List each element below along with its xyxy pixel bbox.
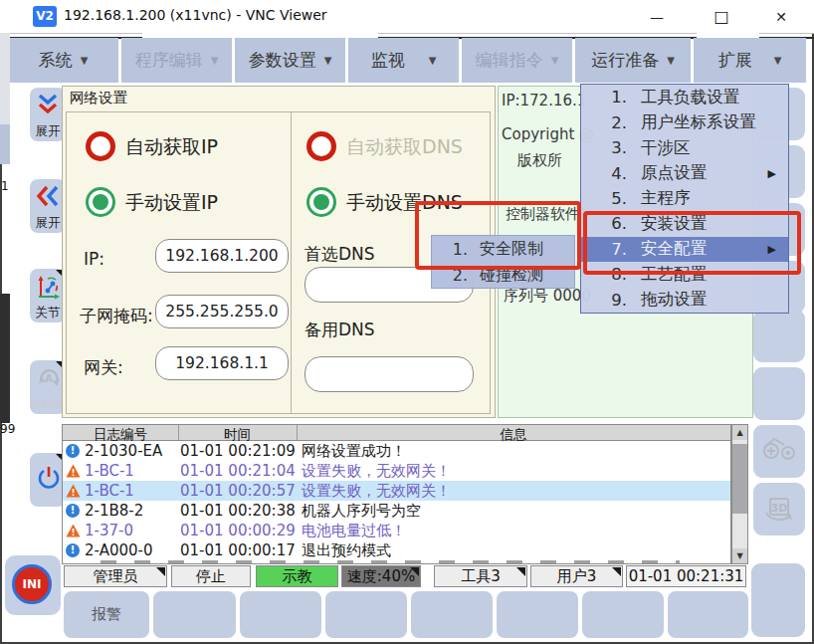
status-run-state-label: 停止 — [196, 567, 226, 585]
subnet-mask-input[interactable] — [155, 295, 289, 328]
bottom-button-6[interactable] — [497, 591, 578, 638]
submenu-arrow-icon: ▶ — [768, 243, 776, 256]
corner-marker — [516, 567, 525, 576]
status-mode[interactable]: 示教 — [256, 565, 338, 587]
auto-ip-label: 自动获取IP — [125, 134, 218, 160]
info-icon: ! — [66, 444, 80, 458]
menu-item-drag-settings[interactable]: 9. 拖动设置 — [581, 288, 788, 313]
bottom-button-8[interactable] — [668, 591, 748, 638]
bottom-button-4[interactable] — [325, 591, 407, 638]
right-panel-joystick-button[interactable] — [753, 425, 805, 478]
corner-marker — [156, 567, 165, 576]
status-run-state[interactable]: 停止 — [171, 565, 251, 587]
menu-monitor[interactable]: 监视 ▼ — [348, 38, 459, 83]
bottom-button-2[interactable] — [153, 591, 236, 638]
menu-item-user-frame[interactable]: 2. 用户坐标系设置 — [581, 109, 788, 134]
log-message: 设置失败，无效网关！ — [302, 482, 451, 501]
desktop-edge-text: 1 — [1, 179, 9, 193]
log-table-header: 日志编号 时间 信息 — [62, 424, 731, 441]
menu-system[interactable]: 系统 ▼ — [8, 38, 118, 83]
desktop-edge-fragment — [0, 33, 10, 124]
bottom-button-7[interactable] — [582, 591, 664, 638]
log-row-selected[interactable]: ! 1-BC-1 01-01 00:20:57 设置失败，无效网关！ — [63, 481, 730, 501]
scroll-down-icon[interactable]: ▼ — [732, 548, 747, 563]
joystick-icon — [760, 433, 798, 469]
warning-icon: ! — [66, 484, 81, 498]
column-divider — [178, 425, 179, 440]
bottom-button-3[interactable] — [240, 591, 321, 638]
manual-dns-radio[interactable] — [306, 187, 336, 217]
status-user-frame[interactable]: 用户3 — [530, 565, 623, 587]
minimize-button[interactable]: — — [637, 4, 677, 30]
power-icon — [36, 465, 62, 491]
bottom-button-5[interactable] — [411, 591, 493, 638]
close-button[interactable]: ✕ — [761, 4, 801, 30]
menu-program-edit-label: 程序编辑 — [135, 49, 203, 72]
log-row[interactable]: ! 1-37-0 01-01 00:00:29 电池电量过低！ — [63, 521, 730, 540]
status-tool[interactable]: 工具3 — [434, 565, 527, 587]
status-user-role-label: 管理员 — [94, 567, 138, 585]
log-message: 退出预约模式 — [302, 541, 391, 560]
log-row-partial[interactable] — [83, 560, 680, 563]
sidebar-power-button[interactable] — [30, 453, 66, 507]
sidebar-expand-left-button[interactable]: 展开 — [30, 179, 66, 233]
menu-item-number: 9. — [603, 291, 627, 310]
controller-ip-text: IP:172.16.1 — [502, 92, 586, 109]
log-id: 2-1B8-2 — [85, 502, 143, 520]
corner-marker — [612, 567, 621, 576]
log-time: 01-01 00:21:04 — [180, 462, 296, 480]
desktop-edge-text: 99 — [0, 422, 15, 436]
menu-item-process-configuration[interactable]: 8. 工艺配置 — [581, 262, 788, 287]
sidebar-expand-left-label: 展开 — [36, 216, 61, 230]
menu-item-number: 8. — [603, 265, 627, 284]
submenu-item-collision-detection[interactable]: 2. 碰撞检测 — [432, 262, 574, 288]
menu-item-main-program[interactable]: 5. 主程序 — [581, 186, 788, 211]
menu-item-label: 干涉区 — [641, 137, 691, 159]
rights-text: 版权所 — [517, 151, 562, 170]
log-row[interactable]: ! 2-1030-EA 01-01 00:21:09 网络设置成功！ — [63, 441, 730, 461]
alarm-button[interactable]: 报警 — [64, 591, 149, 638]
ini-button[interactable]: INI — [5, 555, 61, 615]
menu-item-home-settings[interactable]: 4. 原点设置 ▶ — [581, 160, 788, 185]
scrollbar-thumb[interactable] — [732, 444, 747, 514]
secondary-dns-input[interactable] — [305, 356, 474, 392]
menu-parameter-settings[interactable]: 参数设置 ▼ — [235, 38, 345, 83]
manual-ip-radio[interactable] — [86, 187, 115, 217]
log-id: 1-BC-1 — [85, 482, 134, 500]
menu-item-number: 6. — [603, 214, 627, 233]
menu-item-safety-configuration[interactable]: 7. 安全配置 ▶ — [581, 237, 788, 262]
sidebar-expand-down-button[interactable]: 展开 — [30, 88, 66, 141]
log-row[interactable]: ! 1-BC-1 01-01 00:21:04 设置失败，无效网关！ — [63, 461, 730, 481]
log-message: 电池电量过低！ — [302, 522, 406, 540]
scroll-up-icon[interactable]: ▲ — [732, 425, 747, 440]
log-row[interactable]: ! 2-1B8-2 01-01 00:20:38 机器人序列号为空 — [63, 501, 730, 521]
menu-parameter-settings-label: 参数设置 — [249, 49, 316, 72]
menu-item-installation-settings[interactable]: 6. 安装设置 — [581, 211, 788, 236]
right-panel-3d-button[interactable]: 3D — [753, 483, 805, 536]
maximize-button[interactable]: □ — [702, 4, 741, 30]
gateway-input[interactable] — [155, 346, 289, 380]
submenu-item-label: 安全限制 — [480, 239, 543, 260]
ip-input[interactable] — [155, 239, 289, 273]
auto-ip-radio[interactable] — [86, 131, 115, 161]
menu-item-tool-load[interactable]: 1. 工具负载设置 — [581, 85, 788, 109]
submenu-item-safety-limits[interactable]: 1. 安全限制 — [432, 236, 574, 262]
controller-software-text: 控制器软件 — [506, 205, 580, 224]
menu-item-interference-zone[interactable]: 3. 干涉区 — [581, 135, 788, 160]
sidebar-joint-button[interactable]: 关节 — [30, 269, 66, 322]
status-user-role[interactable]: 管理员 — [64, 565, 167, 587]
menu-program-edit: 程序编辑 ▼ — [121, 38, 232, 83]
log-time: 01-01 00:20:38 — [180, 502, 296, 520]
right-panel-button-6[interactable] — [753, 367, 805, 420]
right-panel-bottom-button[interactable] — [751, 563, 805, 637]
menu-run-preparation[interactable]: 运行准备 ▼ — [575, 38, 691, 83]
submenu-item-number: 1. — [448, 240, 468, 259]
submenu-arrow-icon: ▶ — [768, 167, 776, 180]
auto-dns-radio — [306, 131, 336, 161]
warning-icon: ! — [66, 464, 81, 478]
log-row[interactable]: ! 2-A000-0 01-01 00:00:17 退出预约模式 — [63, 540, 730, 560]
status-speed[interactable]: 速度:40% — [341, 565, 421, 587]
right-panel-button-5[interactable] — [753, 310, 805, 362]
menu-extension[interactable]: 扩展 ▼ — [694, 38, 806, 83]
window-title: 192.168.1.200 (x11vnc) - VNC Viewer — [64, 7, 327, 23]
